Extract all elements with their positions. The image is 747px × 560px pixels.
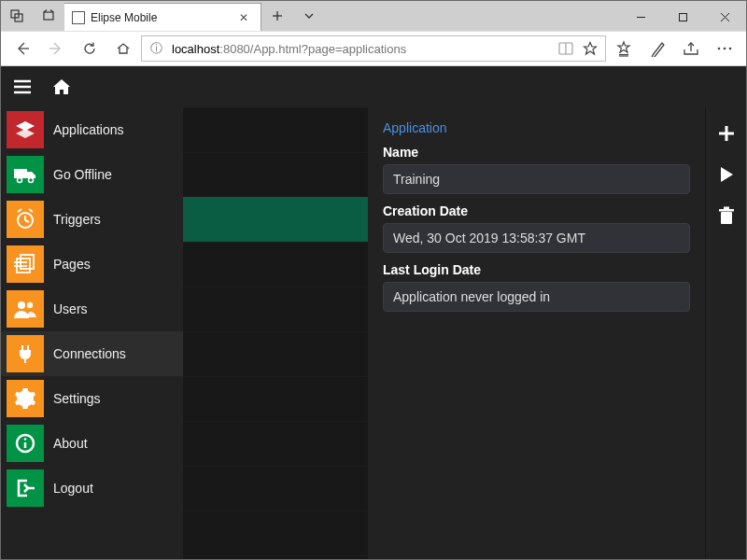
- tabs-aside-icon[interactable]: [1, 1, 33, 31]
- app-topbar: [1, 66, 746, 107]
- creation-date-label: Creation Date: [383, 203, 690, 218]
- minimize-button[interactable]: [620, 3, 662, 31]
- sidebar-item-label: Triggers: [53, 212, 101, 227]
- show-tabs-icon[interactable]: [33, 1, 64, 31]
- sidebar-item-label: About: [53, 436, 88, 451]
- site-info-icon[interactable]: ⓘ: [148, 40, 164, 57]
- home-button[interactable]: [107, 33, 139, 64]
- applications-list: [183, 107, 368, 559]
- sidebar-item-applications[interactable]: Applications: [1, 107, 183, 152]
- menu-icon[interactable]: [8, 73, 36, 101]
- truck-icon: [7, 156, 44, 193]
- favorite-icon[interactable]: [583, 41, 599, 56]
- svg-rect-2: [44, 12, 53, 20]
- page-icon: [72, 11, 85, 24]
- action-rail: [705, 107, 746, 559]
- svg-marker-27: [16, 129, 35, 138]
- svg-marker-16: [618, 42, 629, 52]
- sidebar: ApplicationsGo OfflineTriggersPagesUsers…: [1, 107, 183, 559]
- run-button[interactable]: [708, 156, 745, 193]
- creation-date-field: Wed, 30 Oct 2019 13:58:37 GMT: [383, 223, 690, 253]
- reading-view-icon[interactable]: [558, 42, 575, 55]
- svg-point-40: [18, 301, 25, 309]
- layers-icon: [7, 111, 44, 148]
- sidebar-item-triggers[interactable]: Triggers: [1, 197, 183, 242]
- svg-point-22: [729, 48, 732, 50]
- sidebar-item-label: Applications: [53, 122, 124, 137]
- svg-line-34: [18, 209, 21, 212]
- list-background: [183, 107, 368, 559]
- home-icon[interactable]: [48, 73, 76, 101]
- sidebar-item-settings[interactable]: Settings: [1, 376, 183, 421]
- sidebar-item-label: Pages: [53, 257, 91, 272]
- users-icon: [7, 290, 44, 328]
- tab-strip: Elipse Mobile ✕: [1, 1, 746, 31]
- close-tab-icon[interactable]: ✕: [236, 11, 251, 24]
- forward-button[interactable]: [40, 33, 72, 64]
- sidebar-item-label: Logout: [53, 481, 93, 496]
- sidebar-item-go-offline[interactable]: Go Offline: [1, 152, 183, 197]
- svg-rect-51: [724, 207, 729, 210]
- favorites-list-icon[interactable]: [608, 33, 640, 64]
- url-box[interactable]: ⓘ localhost:8080/App.html?page=applicati…: [141, 35, 606, 62]
- sidebar-item-users[interactable]: Users: [1, 287, 183, 331]
- close-window-button[interactable]: [704, 3, 746, 31]
- gear-icon: [7, 380, 44, 417]
- sidebar-item-label: Connections: [53, 346, 126, 361]
- sidebar-item-pages[interactable]: Pages: [1, 242, 183, 287]
- sidebar-item-about[interactable]: About: [1, 421, 183, 466]
- info-icon: [7, 425, 44, 462]
- svg-line-35: [29, 209, 33, 212]
- name-field[interactable]: Training: [383, 164, 690, 194]
- new-tab-button[interactable]: [261, 1, 293, 31]
- delete-button[interactable]: [708, 197, 745, 234]
- svg-point-20: [718, 48, 721, 50]
- sidebar-item-label: Settings: [53, 391, 101, 406]
- svg-rect-49: [721, 212, 732, 224]
- logout-icon: [7, 469, 44, 507]
- tab-actions-icon[interactable]: [293, 1, 325, 31]
- pages-icon: [7, 245, 44, 283]
- plug-icon: [7, 335, 44, 372]
- tab-title: Elipse Mobile: [91, 11, 231, 24]
- svg-point-41: [27, 302, 33, 308]
- name-label: Name: [383, 145, 690, 160]
- svg-point-44: [24, 438, 27, 441]
- svg-line-33: [25, 220, 29, 222]
- svg-rect-50: [719, 209, 734, 212]
- clock-icon: [7, 201, 44, 238]
- app-viewport: ApplicationsGo OfflineTriggersPagesUsers…: [1, 66, 746, 559]
- svg-point-30: [29, 178, 34, 183]
- last-login-label: Last Login Date: [383, 262, 690, 277]
- add-button[interactable]: [708, 115, 745, 152]
- back-button[interactable]: [7, 33, 38, 64]
- svg-marker-48: [721, 167, 733, 182]
- maximize-button[interactable]: [662, 3, 704, 31]
- last-login-field: Application never logged in: [383, 282, 690, 312]
- svg-point-21: [724, 48, 726, 50]
- notes-icon[interactable]: [641, 33, 673, 64]
- sidebar-item-connections[interactable]: Connections: [1, 331, 183, 376]
- address-bar: ⓘ localhost:8080/App.html?page=applicati…: [1, 31, 746, 66]
- svg-marker-15: [585, 43, 597, 55]
- application-row-selected[interactable]: [183, 197, 368, 242]
- svg-point-29: [18, 178, 22, 183]
- detail-pane: Application Name Training Creation Date …: [368, 107, 705, 559]
- sidebar-item-label: Users: [53, 301, 88, 316]
- refresh-button[interactable]: [74, 33, 106, 64]
- more-icon[interactable]: [709, 33, 740, 64]
- browser-tab[interactable]: Elipse Mobile ✕: [64, 3, 261, 31]
- sidebar-item-logout[interactable]: Logout: [1, 466, 183, 511]
- svg-rect-8: [680, 13, 687, 21]
- sidebar-item-label: Go Offline: [53, 167, 112, 182]
- browser-window: Elipse Mobile ✕: [0, 0, 747, 560]
- svg-rect-28: [14, 169, 27, 178]
- section-title: Application: [383, 120, 690, 135]
- share-icon[interactable]: [675, 33, 707, 64]
- url-text: localhost:8080/App.html?page=application…: [172, 42, 406, 56]
